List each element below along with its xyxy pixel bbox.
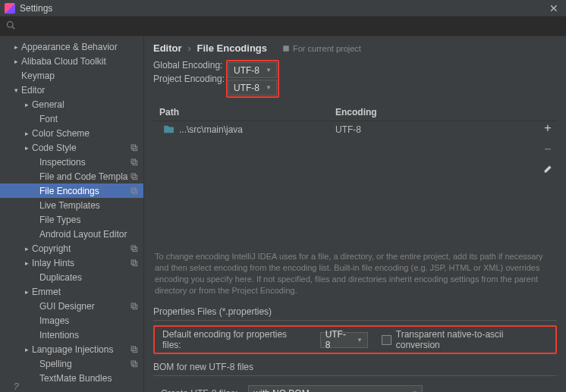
svg-rect-14 xyxy=(131,303,136,308)
breadcrumb: Editor › File Encodings For current proj… xyxy=(153,42,557,54)
sidebar-item-code-style[interactable]: Code Style xyxy=(0,140,143,155)
sidebar-item-images[interactable]: Images xyxy=(0,313,143,328)
project-scope-icon xyxy=(128,359,139,369)
sidebar-item-alibaba-cloud-toolkit[interactable]: Alibaba Cloud Toolkit xyxy=(0,54,143,68)
divider xyxy=(153,375,557,376)
sidebar-item-gui-designer[interactable]: GUI Designer xyxy=(0,299,143,313)
props-encoding-dropdown[interactable]: UTF-8 ▼ xyxy=(320,332,368,348)
sidebar-item-android-layout-editor[interactable]: Android Layout Editor xyxy=(0,227,143,241)
svg-rect-19 xyxy=(133,362,137,367)
settings-tree[interactable]: Appearance & BehaviorAlibaba Cloud Toolk… xyxy=(0,36,144,392)
tree-arrow-icon xyxy=(21,288,32,296)
svg-rect-2 xyxy=(131,145,136,149)
sidebar-item-label: Inspections xyxy=(39,157,128,168)
svg-rect-9 xyxy=(133,190,137,194)
svg-rect-12 xyxy=(131,260,136,265)
project-scope-icon xyxy=(128,157,139,168)
sidebar-item-label: Font xyxy=(39,114,139,124)
sidebar-item-file-and-code-templates[interactable]: File and Code Templates xyxy=(0,169,143,183)
sidebar-item-label: Emmet xyxy=(32,287,139,297)
project-encoding-dropdown[interactable]: UTF-8 ▼ xyxy=(228,80,277,96)
tree-arrow-icon xyxy=(21,144,32,152)
titlebar: Settings ✕ xyxy=(0,0,566,17)
project-scope-icon xyxy=(128,143,139,153)
scope-tag-label: For current project xyxy=(293,44,361,53)
sidebar-item-textmate-bundles[interactable]: TextMate Bundles xyxy=(0,371,143,385)
sidebar-item-file-types[interactable]: File Types xyxy=(0,212,143,227)
table-toolbar: + − xyxy=(539,121,557,246)
close-icon[interactable]: ✕ xyxy=(546,2,561,14)
chevron-down-icon: ▼ xyxy=(266,67,272,74)
sidebar-item-file-encodings[interactable]: File Encodings xyxy=(0,183,143,198)
help-icon[interactable]: ? xyxy=(14,381,19,392)
sidebar-item-label: File and Code Templates xyxy=(39,171,128,182)
table-body[interactable]: ...\src\main\java UTF-8 xyxy=(153,121,539,246)
tree-arrow-icon xyxy=(21,259,32,267)
svg-rect-17 xyxy=(133,348,137,353)
bom-value: with NO BOM xyxy=(253,388,309,392)
table-row[interactable]: ...\src\main\java UTF-8 xyxy=(153,121,539,138)
sidebar-item-spelling[interactable]: Spelling xyxy=(0,356,143,371)
add-icon[interactable]: + xyxy=(544,121,551,135)
ascii-checkbox[interactable] xyxy=(382,335,391,345)
bom-section-title: BOM for new UTF-8 files xyxy=(153,362,557,372)
chevron-right-icon: › xyxy=(188,43,191,54)
sidebar-item-live-templates[interactable]: Live Templates xyxy=(0,198,143,212)
project-scope-icon xyxy=(128,186,139,196)
search-icon[interactable] xyxy=(0,20,21,32)
sidebar-item-label: Language Injections xyxy=(32,344,128,355)
sidebar-item-label: Spelling xyxy=(39,359,128,369)
sidebar-item-general[interactable]: General xyxy=(0,97,143,111)
sidebar-item-inspections[interactable]: Inspections xyxy=(0,155,143,169)
project-scope-icon xyxy=(128,301,139,312)
svg-rect-6 xyxy=(131,174,136,178)
folder-icon xyxy=(164,124,175,136)
sidebar-item-label: Code Style xyxy=(32,143,128,153)
sidebar-item-label: Keymap xyxy=(21,71,139,81)
search-row xyxy=(0,17,566,36)
sidebar-item-copyright[interactable]: Copyright xyxy=(0,241,143,256)
sidebar-item-label: Copyright xyxy=(32,243,128,254)
bom-dropdown[interactable]: with NO BOM ▼ xyxy=(248,385,423,392)
row-encoding: UTF-8 xyxy=(335,124,539,135)
global-encoding-label: Global Encoding: xyxy=(153,60,226,71)
sidebar-item-label: Android Layout Editor xyxy=(39,229,139,240)
svg-rect-20 xyxy=(283,45,289,52)
project-scope-icon xyxy=(128,344,139,355)
tree-arrow-icon xyxy=(11,58,21,65)
sidebar-item-inlay-hints[interactable]: Inlay Hints xyxy=(0,256,143,270)
sidebar-item-intentions[interactable]: Intentions xyxy=(0,328,143,342)
props-encoding-label: Default encoding for properties files: xyxy=(162,329,307,350)
tree-arrow-icon xyxy=(21,130,32,137)
svg-rect-5 xyxy=(133,161,137,165)
divider xyxy=(153,320,557,321)
tree-arrow-icon xyxy=(21,245,32,252)
breadcrumb-root[interactable]: Editor xyxy=(153,42,182,54)
edit-icon[interactable] xyxy=(543,164,553,176)
sidebar-item-label: Images xyxy=(39,315,139,326)
sidebar-item-font[interactable]: Font xyxy=(0,111,143,126)
sidebar-item-editor[interactable]: Editor xyxy=(0,83,143,97)
sidebar-item-label: Intentions xyxy=(39,330,139,340)
col-path[interactable]: Path xyxy=(153,107,335,118)
sidebar-item-keymap[interactable]: Keymap xyxy=(0,68,143,83)
global-encoding-value: UTF-8 xyxy=(234,65,259,76)
sidebar-item-label: Color Scheme xyxy=(32,128,139,139)
chevron-down-icon: ▼ xyxy=(357,337,363,343)
sidebar-item-label: Alibaba Cloud Toolkit xyxy=(21,56,139,67)
project-scope-icon xyxy=(128,243,139,254)
svg-line-1 xyxy=(12,27,14,29)
project-scope-icon xyxy=(128,171,139,182)
breadcrumb-current: File Encodings xyxy=(197,42,267,54)
row-path: ...\src\main\java xyxy=(179,124,243,135)
remove-icon[interactable]: − xyxy=(544,143,551,156)
sidebar-item-duplicates[interactable]: Duplicates xyxy=(0,270,143,284)
ascii-checkbox-label[interactable]: Transparent native-to-ascii conversion xyxy=(396,329,548,350)
sidebar-item-emmet[interactable]: Emmet xyxy=(0,284,143,299)
sidebar-item-appearance-behavior[interactable]: Appearance & Behavior xyxy=(0,39,143,54)
global-encoding-dropdown[interactable]: UTF-8 ▼ xyxy=(228,62,277,78)
sidebar-item-color-scheme[interactable]: Color Scheme xyxy=(0,126,143,140)
sidebar-item-language-injections[interactable]: Language Injections xyxy=(0,342,143,356)
sidebar-item-label: Editor xyxy=(21,85,139,96)
col-encoding[interactable]: Encoding xyxy=(335,107,539,118)
